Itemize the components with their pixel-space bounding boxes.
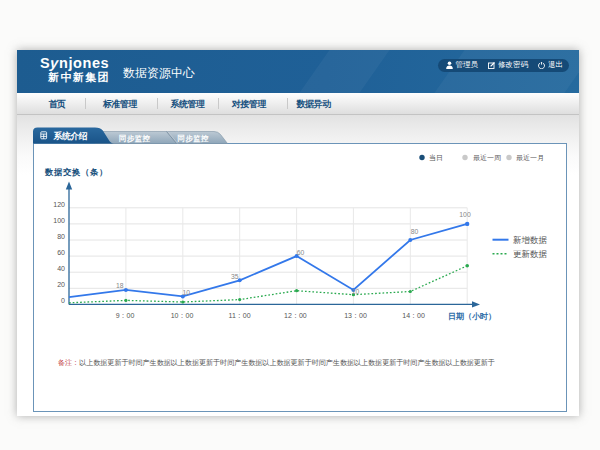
svg-text:13：00: 13：00 <box>344 312 367 319</box>
svg-text:新增数据: 新增数据 <box>513 235 548 245</box>
svg-text:11：00: 11：00 <box>229 312 251 319</box>
svg-text:80: 80 <box>411 228 419 235</box>
svg-text:100: 100 <box>53 217 65 224</box>
svg-text:14：00: 14：00 <box>402 312 425 319</box>
svg-text:9：00: 9：00 <box>116 312 135 319</box>
svg-text:35: 35 <box>231 273 239 280</box>
svg-text:同步监控: 同步监控 <box>178 134 209 143</box>
svg-text:日期（小时）: 日期（小时） <box>448 312 496 321</box>
svg-text:0: 0 <box>61 297 65 304</box>
svg-text:20: 20 <box>57 281 65 288</box>
svg-text:12：00: 12：00 <box>284 312 307 319</box>
svg-text:10：00: 10：00 <box>171 312 194 319</box>
svg-text:更新数据: 更新数据 <box>513 249 548 259</box>
svg-text:100: 100 <box>459 211 471 218</box>
svg-text:60: 60 <box>297 249 305 256</box>
svg-text:同步监控: 同步监控 <box>119 134 150 143</box>
svg-text:80: 80 <box>57 233 65 240</box>
svg-text:120: 120 <box>53 201 65 208</box>
svg-text:60: 60 <box>57 249 65 256</box>
svg-text:10: 10 <box>352 288 360 295</box>
svg-text:18: 18 <box>116 282 124 289</box>
svg-text:系统介绍: 系统介绍 <box>53 131 88 141</box>
svg-text:10: 10 <box>183 289 191 296</box>
svg-text:40: 40 <box>57 265 65 272</box>
